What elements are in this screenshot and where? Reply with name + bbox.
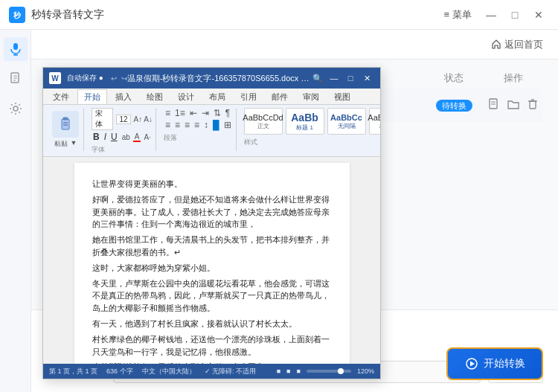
word-view-layout-icon[interactable]: ■ <box>277 367 280 375</box>
bold-button[interactable]: B <box>92 132 101 142</box>
font-row-2: B I U ab A A· <box>92 132 153 142</box>
home-label: 返回首页 <box>504 38 543 51</box>
style-normal[interactable]: AaBbCcDd 正文 <box>244 108 283 135</box>
font-size-down-icon[interactable]: A↓ <box>144 115 153 123</box>
ribbon-styles-group: AaBbCcDd 正文 AaBb 标题 1 AaBbCc 无间隔 <box>241 108 380 151</box>
word-minimize-button[interactable]: — <box>327 72 341 84</box>
indent-more-button[interactable]: ⇥ <box>200 108 211 118</box>
list-bullet-button[interactable]: ≡ <box>164 108 172 118</box>
line-spacing-button[interactable]: ↕ <box>202 120 210 130</box>
maximize-button[interactable]: □ <box>504 4 525 25</box>
sidebar <box>0 30 31 392</box>
word-close-button[interactable]: ✕ <box>359 72 374 84</box>
sort-button[interactable]: ⇅ <box>212 108 222 118</box>
justify-button[interactable]: ≡ <box>193 120 201 130</box>
word-tab-insert[interactable]: 插入 <box>109 89 138 104</box>
file-status: 待转换 <box>424 100 484 112</box>
underline-button[interactable]: U <box>109 132 119 142</box>
ribbon-clipboard-group: 粘贴 ▼ <box>48 108 84 151</box>
word-title-bar: W 自动保存 ● ↩ ↪ 温泉假期-秒转录音文字-166357870S6655.… <box>43 68 380 89</box>
content-area: 状态 操作 W 秒转录音转文字... 待转换 <box>31 60 558 309</box>
home-button[interactable]: 返回首页 <box>491 38 543 51</box>
paste-arrow-icon: ▼ <box>71 139 77 149</box>
word-zoom-slider[interactable] <box>307 370 351 373</box>
strikethrough-button[interactable]: ab <box>121 133 132 141</box>
word-document-body[interactable]: 让世界变得更美丽的事。 好啊，爱德拉答应了，但是她还不知道将来会做什么样让世界变… <box>43 157 380 364</box>
font-color-button[interactable]: A <box>133 132 141 142</box>
app-window: 秒 秒转录音转文字 ≡ 菜单 — □ ✕ <box>0 0 558 392</box>
file-actions <box>484 97 543 114</box>
font-size-input[interactable]: 12 <box>116 115 130 124</box>
ribbon-font-group: 宋体 12 A↑ A↓ B I U ab A A· <box>89 108 156 151</box>
word-title-left: W 自动保存 ● ↩ ↪ <box>49 72 127 84</box>
show-marks-button[interactable]: ¶ <box>224 108 231 118</box>
style-h1-name: 标题 1 <box>296 123 313 132</box>
word-tab-home[interactable]: 开始 <box>77 89 107 104</box>
sidebar-icon-mic[interactable] <box>4 37 28 61</box>
word-zoom-handle[interactable] <box>338 368 344 374</box>
highlight-button[interactable]: A· <box>142 133 152 141</box>
doc-paragraph: 好啊，爱德拉答应了，但是她还不知道将来会做什么样让世界变得更美丽的事。让了成人，… <box>92 193 332 231</box>
word-page: 让世界变得更美丽的事。 好啊，爱德拉答应了，但是她还不知道将来会做什么样让世界变… <box>74 163 350 364</box>
indent-less-button[interactable]: ⇤ <box>188 108 199 118</box>
app-title: 秒转录音转文字 <box>31 8 437 22</box>
style-h3-name: 标题 1 <box>379 122 380 130</box>
title-bar-controls: ≡ 菜单 — □ ✕ <box>437 4 549 25</box>
font-name-input[interactable]: 宋体 <box>92 108 113 130</box>
word-maximize-button[interactable]: □ <box>343 72 358 84</box>
font-group-label: 字体 <box>92 145 105 155</box>
start-convert-button[interactable]: 开始转换 <box>446 347 543 380</box>
style-h3-label: AaBbCcDd <box>368 113 380 122</box>
italic-button[interactable]: I <box>103 132 108 142</box>
word-status-bar: 第 1 页，共 1 页 636 个字 中文（中国大陆） ✓ 无障碍: 不适用 ■… <box>43 364 380 379</box>
delete-action-icon[interactable] <box>526 97 539 114</box>
paragraph-row-1: ≡ 1≡ ⇤ ⇥ ⇅ ¶ <box>164 108 231 118</box>
doc-paragraph: 冬天里，卢苹斯在公园中央的温暖花坛看花草，他会感觉，可谓这不是真正的热带鸟鸦，因… <box>92 277 332 315</box>
close-button[interactable]: ✕ <box>528 4 549 25</box>
align-center-button[interactable]: ≡ <box>173 120 182 130</box>
word-tab-layout[interactable]: 布局 <box>202 89 232 104</box>
menu-label: 菜单 <box>452 8 472 22</box>
font-size-up-icon[interactable]: A↑ <box>134 115 143 123</box>
minimize-button[interactable]: — <box>481 4 501 25</box>
word-app-label: 自动保存 ● <box>67 73 103 83</box>
paste-button[interactable] <box>52 111 79 138</box>
word-tab-view[interactable]: 视图 <box>327 89 357 104</box>
align-left-button[interactable]: ≡ <box>164 120 172 130</box>
preview-action-icon[interactable] <box>487 97 501 114</box>
align-right-button[interactable]: ≡ <box>183 120 191 130</box>
word-undo-icon: ↩ <box>111 74 117 83</box>
svg-text:秒: 秒 <box>13 11 22 19</box>
word-view-web-icon[interactable]: ■ <box>297 367 301 375</box>
style-h1[interactable]: AaBb 标题 1 <box>286 108 324 135</box>
menu-button[interactable]: ≡ 菜单 <box>437 5 478 25</box>
sidebar-icon-doc[interactable] <box>4 67 28 91</box>
start-btn-icon <box>464 356 479 371</box>
start-btn-label: 开始转换 <box>484 357 525 370</box>
word-tab-design[interactable]: 设计 <box>171 89 201 104</box>
folder-action-icon[interactable] <box>507 97 520 114</box>
list-number-button[interactable]: 1≡ <box>173 108 187 118</box>
word-tab-mail[interactable]: 邮件 <box>265 89 295 104</box>
borders-button[interactable]: ⊞ <box>222 120 233 130</box>
style-h2-label: AaBbCc <box>330 113 362 122</box>
doc-paragraph: 这时，大家都称呼她为穿紫小姐。 <box>92 262 332 274</box>
word-file-title: 温泉假期-秒转录音文字-166357870S6655.docx • 兼容 • 已… <box>127 73 310 84</box>
word-search-icon[interactable]: 🔍 <box>310 72 325 84</box>
word-tab-draw[interactable]: 绘图 <box>140 89 170 104</box>
word-zoom-level[interactable]: 120% <box>357 367 374 375</box>
word-tab-file[interactable]: 文件 <box>46 89 76 104</box>
doc-paragraph: 让世界变得更美丽的事。 <box>92 178 332 190</box>
word-tab-review[interactable]: 审阅 <box>296 89 326 104</box>
word-view-read-icon[interactable]: ■ <box>286 367 290 375</box>
paste-label: 粘贴 <box>54 139 68 149</box>
home-icon <box>491 39 501 50</box>
paste-dropdown[interactable]: 粘贴 ▼ <box>54 139 77 149</box>
word-tab-references[interactable]: 引用 <box>234 89 263 104</box>
hamburger-icon: ≡ <box>443 9 449 20</box>
style-h3[interactable]: AaBbCcDd 标题 1 <box>369 108 380 135</box>
style-h2[interactable]: AaBbCc 无间隔 <box>327 108 366 135</box>
shading-button[interactable]: █ <box>211 120 221 130</box>
sidebar-icon-settings[interactable] <box>4 97 28 121</box>
doc-paragraph: 她在图书馆里工作，每天清晨书上的头发节，把书本排列整齐，并折叠大家很想看的书。↵ <box>92 234 332 259</box>
